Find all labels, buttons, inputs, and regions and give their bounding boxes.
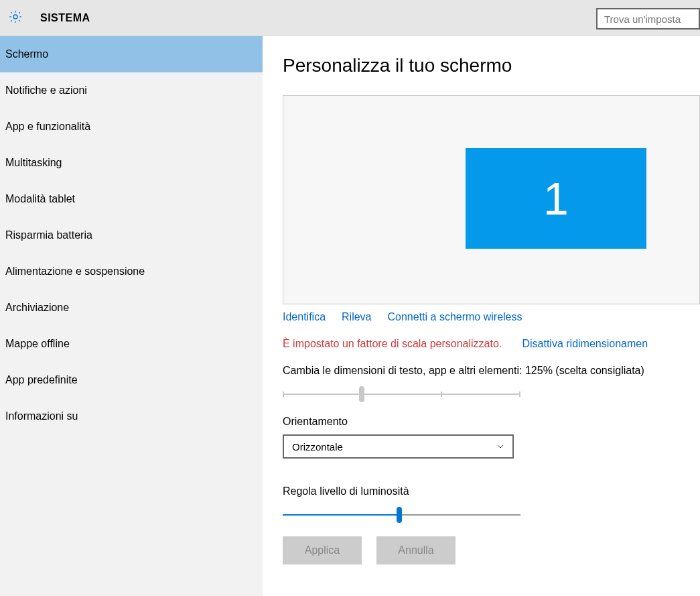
header-bar: SISTEMA	[0, 0, 700, 36]
sidebar-item-label: Risparmia batteria	[5, 229, 92, 241]
search-input[interactable]	[596, 8, 700, 29]
chevron-down-icon	[496, 441, 504, 453]
sidebar: Schermo Notifiche e azioni App e funzion…	[0, 36, 263, 596]
sidebar-item-multitasking[interactable]: Multitasking	[0, 145, 263, 181]
scale-slider-thumb[interactable]	[359, 386, 364, 402]
orientation-value: Orizzontale	[292, 441, 343, 453]
sidebar-item-label: Notifiche e azioni	[5, 84, 87, 96]
monitor-1[interactable]: 1	[466, 148, 646, 249]
sidebar-item-informazioni[interactable]: Informazioni su	[0, 398, 263, 434]
orientation-dropdown[interactable]: Orizzontale	[283, 434, 514, 459]
sidebar-item-label: App e funzionalità	[5, 121, 90, 132]
brightness-slider-thumb[interactable]	[397, 507, 402, 523]
sidebar-item-notifiche[interactable]: Notifiche e azioni	[0, 72, 263, 109]
sidebar-item-label: Schermo	[5, 48, 48, 60]
header-title: SISTEMA	[40, 12, 90, 24]
cancel-button[interactable]: Annulla	[376, 536, 456, 564]
disable-scaling-link[interactable]: Disattiva ridimensionamen	[522, 338, 648, 349]
slider-track-line	[283, 394, 520, 395]
slider-tick	[519, 392, 520, 397]
slider-tick	[441, 392, 442, 397]
sidebar-item-batteria[interactable]: Risparmia batteria	[0, 217, 263, 253]
sidebar-item-label: Modalità tablet	[5, 193, 75, 204]
slider-fill	[283, 514, 399, 516]
scale-label: Cambia le dimensioni di testo, app e alt…	[283, 365, 700, 377]
slider-tick	[283, 392, 284, 397]
content-area: Personalizza il tuo schermo 1 Identifica…	[263, 36, 700, 596]
sidebar-item-label: Informazioni su	[5, 410, 78, 422]
display-arrangement-area[interactable]: 1	[283, 95, 700, 304]
sidebar-item-app-funzionalita[interactable]: App e funzionalità	[0, 109, 263, 145]
identify-link[interactable]: Identifica	[283, 311, 326, 323]
page-title: Personalizza il tuo schermo	[283, 55, 700, 76]
detect-link[interactable]: Rileva	[342, 311, 371, 323]
sidebar-item-archiviazione[interactable]: Archiviazione	[0, 290, 263, 326]
scale-warning-row: È impostato un fattore di scala personal…	[283, 338, 700, 350]
sidebar-item-alimentazione[interactable]: Alimentazione e sospensione	[0, 253, 263, 290]
gear-icon	[8, 9, 40, 26]
button-label: Applica	[305, 544, 340, 556]
brightness-label: Regola livello di luminosità	[283, 485, 700, 497]
button-row: Applica Annulla	[283, 536, 700, 564]
sidebar-item-label: Alimentazione e sospensione	[5, 265, 145, 277]
monitor-number: 1	[543, 172, 569, 225]
apply-button[interactable]: Applica	[283, 536, 362, 564]
sidebar-item-tablet[interactable]: Modalità tablet	[0, 181, 263, 217]
brightness-slider[interactable]	[283, 504, 520, 528]
sidebar-item-label: Mappe offline	[5, 338, 70, 349]
scale-slider[interactable]	[283, 383, 520, 408]
sidebar-item-label: App predefinite	[5, 374, 78, 385]
sidebar-item-label: Multitasking	[5, 157, 62, 168]
button-label: Annulla	[398, 544, 433, 556]
sidebar-item-mappe[interactable]: Mappe offline	[0, 326, 263, 362]
wireless-display-link[interactable]: Connetti a schermo wireless	[388, 311, 522, 323]
svg-point-0	[13, 15, 17, 19]
sidebar-item-schermo[interactable]: Schermo	[0, 36, 263, 72]
scale-warning-text: È impostato un fattore di scala personal…	[283, 338, 502, 349]
orientation-label: Orientamento	[283, 416, 700, 428]
sidebar-item-label: Archiviazione	[5, 302, 69, 313]
sidebar-item-app-predefinite[interactable]: App predefinite	[0, 362, 263, 398]
display-links-row: Identifica Rileva Connetti a schermo wir…	[283, 311, 700, 323]
